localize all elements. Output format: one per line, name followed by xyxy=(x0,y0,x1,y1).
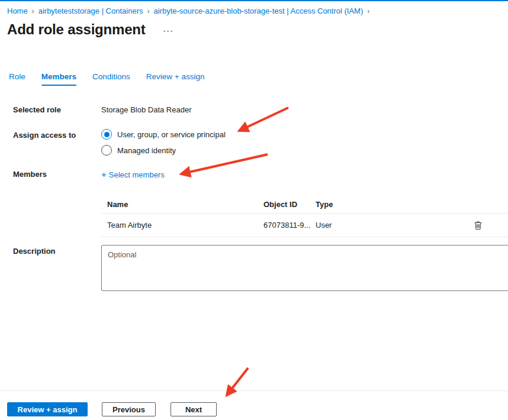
assign-access-to-radio-group: User, group, or service principal Manage… xyxy=(101,129,226,156)
column-header-name: Name xyxy=(101,200,263,209)
trash-icon xyxy=(474,221,483,230)
breadcrumb: Home › airbyteteststorage | Containers ›… xyxy=(7,7,374,15)
select-members-label: Select members xyxy=(109,170,165,179)
footer-action-bar: Review + assign Previous Next xyxy=(7,402,217,416)
previous-button[interactable]: Previous xyxy=(102,402,156,416)
delete-member-button[interactable] xyxy=(472,219,484,231)
tab-conditions[interactable]: Conditions xyxy=(92,72,130,86)
selected-role-value: Storage Blob Data Reader xyxy=(101,105,191,114)
annotation-arrow-select-members xyxy=(181,154,268,174)
radio-selected-icon xyxy=(101,129,112,140)
tab-role[interactable]: Role xyxy=(9,72,25,86)
plus-icon: + xyxy=(101,169,107,179)
next-button[interactable]: Next xyxy=(171,402,217,416)
radio-unselected-icon xyxy=(101,145,112,156)
breadcrumb-separator: › xyxy=(147,7,150,15)
radio-managed-identity[interactable]: Managed identity xyxy=(101,145,226,156)
column-header-object-id: Object ID xyxy=(263,200,316,209)
footer-divider xyxy=(0,390,508,391)
breadcrumb-access-control-link[interactable]: airbyte-source-azure-blob-storage-test |… xyxy=(154,7,364,15)
description-input[interactable] xyxy=(101,245,508,291)
select-members-link[interactable]: +Select members xyxy=(101,169,165,179)
member-object-id-cell: 67073811-9... xyxy=(263,221,316,230)
members-table-header: Name Object ID Type xyxy=(101,195,508,214)
review-assign-button[interactable]: Review + assign xyxy=(7,402,88,416)
member-name-cell: Team Airbyte xyxy=(101,221,263,230)
radio-option-label: User, group, or service principal xyxy=(117,130,226,139)
breadcrumb-separator: › xyxy=(367,7,369,15)
selected-role-label: Selected role xyxy=(13,105,61,114)
breadcrumb-separator: › xyxy=(32,7,34,15)
column-header-type: Type xyxy=(316,200,416,209)
members-table: Name Object ID Type Team Airbyte 6707381… xyxy=(101,195,508,237)
tab-members[interactable]: Members xyxy=(41,72,76,86)
title-row: Add role assignment ··· xyxy=(7,21,174,38)
radio-option-label: Managed identity xyxy=(117,146,176,155)
breadcrumb-home-link[interactable]: Home xyxy=(7,7,28,15)
table-row: Team Airbyte 67073811-9... User xyxy=(101,214,508,237)
tab-review-assign[interactable]: Review + assign xyxy=(146,72,205,86)
more-options-ellipsis-icon[interactable]: ··· xyxy=(163,27,174,35)
tab-bar: Role Members Conditions Review + assign xyxy=(9,72,205,86)
member-type-cell: User xyxy=(316,221,416,230)
radio-user-group-service-principal[interactable]: User, group, or service principal xyxy=(101,129,226,140)
breadcrumb-storage-containers-link[interactable]: airbyteteststorage | Containers xyxy=(38,7,143,15)
members-label: Members xyxy=(13,170,47,179)
annotation-arrow-radio xyxy=(239,108,288,131)
description-label: Description xyxy=(13,247,56,256)
page-title: Add role assignment xyxy=(7,21,146,38)
assign-access-to-label: Assign access to xyxy=(13,131,76,140)
annotation-arrow-next-button xyxy=(227,368,248,395)
top-accent-bar xyxy=(0,0,508,1)
